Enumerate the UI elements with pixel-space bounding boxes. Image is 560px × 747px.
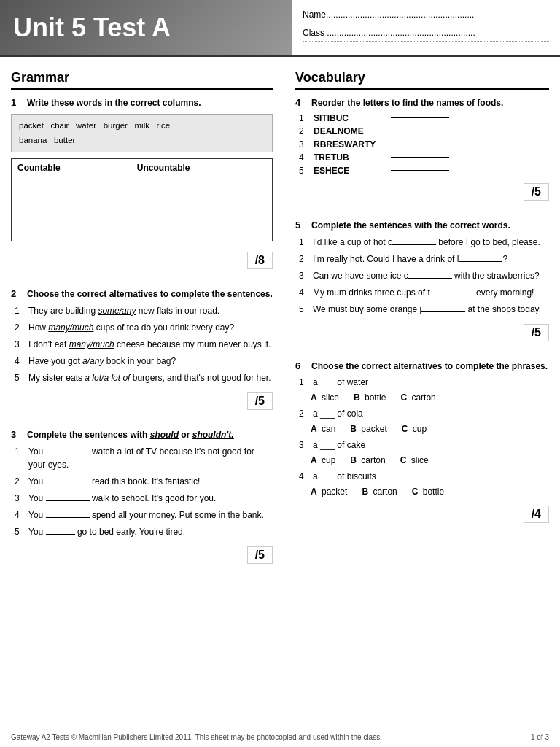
page-title: Unit 5 Test A (13, 12, 171, 43)
q4-number: 4 Reorder the letters to find the names … (295, 97, 549, 109)
question-3: 3 Complete the sentences with should or … (11, 429, 273, 571)
word-box: packet chair water burger milk rice bana… (11, 114, 273, 152)
q6-items: 1 a ___ of water A slice B bottle C cart… (295, 376, 549, 497)
list-item: 5 ESHECE (299, 166, 549, 176)
list-item: 4 a ___ of biscuits A packet B carton C … (299, 470, 549, 497)
footer-page: 1 of 3 (531, 733, 549, 741)
q5-items: 1 I'd like a cup of hot c before I go to… (295, 236, 549, 316)
list-item: 2 How many/much cups of tea do you drink… (15, 321, 273, 334)
list-item: 3 a ___ of cake A cup B carton C slice (299, 438, 549, 465)
question-2: 2 Choose the correct alternatives to com… (11, 288, 273, 417)
list-item: 3 RBRESWARTY (299, 139, 549, 150)
q2-number: 2 Choose the correct alternatives to com… (11, 288, 273, 301)
countable-table: Countable Uncountable (11, 158, 273, 241)
q3-number: 3 Complete the sentences with should or … (11, 429, 273, 441)
list-item: 1 SITIBUC (299, 113, 549, 123)
name-label: Name (303, 9, 326, 20)
list-item: 1 a ___ of water A slice B bottle C cart… (299, 376, 549, 403)
q1-score: /8 (247, 252, 273, 269)
list-item: 1 They are building some/any new flats i… (15, 304, 273, 317)
page-header: Unit 5 Test A Name......................… (0, 0, 560, 57)
table-row (12, 177, 273, 193)
page-footer: Gateway A2 Tests © Macmillan Publishers … (0, 727, 560, 747)
q1-number: 1 Write these words in the correct colum… (11, 97, 273, 109)
main-content: Grammar 1 Write these words in the corre… (0, 57, 560, 596)
q4-instruction: Reorder the letters to find the names of… (311, 97, 503, 109)
list-item: 4 My mum drinks three cups of t every mo… (299, 286, 549, 299)
q6-instruction: Choose the correct alternatives to compl… (311, 360, 548, 373)
blank-field[interactable] (459, 261, 502, 262)
grammar-title: Grammar (11, 70, 273, 90)
list-item: 2 You read this book. It's fantastic! (15, 475, 273, 488)
q2-instruction: Choose the correct alternatives to compl… (27, 288, 273, 301)
q6-number: 6 Choose the correct alternatives to com… (295, 360, 549, 373)
blank-field[interactable] (46, 534, 75, 535)
q6-score: /4 (524, 506, 549, 523)
question-5: 5 Complete the sentences with the correc… (295, 220, 549, 349)
list-item: 2 a ___ of cola A can B packet C cup (299, 407, 549, 434)
blank-field[interactable] (392, 244, 436, 245)
title-area: Unit 5 Test A (0, 0, 292, 55)
alt-choices: A packet B carton C bottle (299, 487, 549, 497)
table-row (12, 193, 273, 209)
blank-field[interactable] (430, 295, 474, 295)
blank-field[interactable] (46, 517, 90, 518)
list-item: 1 I'd like a cup of hot c before I go to… (299, 236, 549, 249)
q5-score: /5 (524, 324, 549, 341)
class-dots: ........................................… (327, 28, 475, 38)
list-item: 3 Can we have some ice c with the strawb… (299, 269, 549, 282)
blank-field[interactable] (46, 500, 90, 501)
vocabulary-title: Vocabulary (295, 70, 549, 90)
list-item: 4 You spend all your money. Put some in … (15, 508, 273, 522)
q3-items: 1 You watch a lot of TV because it's not… (11, 445, 273, 538)
q2-score: /5 (247, 392, 273, 410)
footer-copyright: Gateway A2 Tests © Macmillan Publishers … (11, 733, 382, 741)
alt-choices: A cup B carton C slice (299, 455, 549, 465)
list-item: 5 You go to bed early. You're tired. (15, 525, 273, 538)
question-6: 6 Choose the correct alternatives to com… (295, 360, 549, 531)
list-item: 1 You watch a lot of TV because it's not… (15, 445, 273, 471)
list-item: 4 TRETUB (299, 152, 549, 163)
blank-field[interactable] (46, 454, 90, 454)
list-item: 2 I'm really hot. Could I have a drink o… (299, 252, 549, 266)
name-dots: ........................................… (326, 9, 474, 20)
blank-field[interactable] (421, 311, 465, 312)
header-info: Name....................................… (292, 0, 560, 55)
table-row (12, 225, 273, 241)
table-row (12, 209, 273, 225)
q3-instruction: Complete the sentences with should or sh… (27, 429, 234, 441)
list-item: 3 You walk to school. It's good for you. (15, 492, 273, 505)
alt-choices: A can B packet C cup (299, 424, 549, 434)
list-item: 4 Have you got a/any book in your bag? (15, 355, 273, 368)
class-line: Class ..................................… (303, 28, 549, 42)
q5-number: 5 Complete the sentences with the correc… (295, 220, 549, 232)
question-1: 1 Write these words in the correct colum… (11, 97, 273, 276)
q4-score: /5 (524, 183, 549, 201)
vocabulary-section: Vocabulary 4 Reorder the letters to find… (284, 64, 560, 589)
q1-instruction: Write these words in the correct columns… (27, 97, 201, 109)
q4-items: 1 SITIBUC 2 DEALNOME 3 RBRESWARTY 4 TRET… (295, 113, 549, 176)
q2-items: 1 They are building some/any new flats i… (11, 304, 273, 384)
list-item: 2 DEALNOME (299, 126, 549, 136)
question-4: 4 Reorder the letters to find the names … (295, 97, 549, 208)
alt-choices: A slice B bottle C carton (299, 392, 549, 403)
q3-score: /5 (247, 546, 273, 564)
col-uncountable: Uncountable (131, 159, 272, 177)
q5-instruction: Complete the sentences with the correct … (311, 220, 510, 232)
name-line: Name....................................… (303, 9, 549, 23)
blank-field[interactable] (408, 278, 452, 279)
blank-field[interactable] (46, 484, 90, 484)
list-item: 5 My sister eats a lot/a lot of burgers,… (15, 371, 273, 384)
list-item: 3 I don't eat many/much cheese because m… (15, 338, 273, 351)
grammar-section: Grammar 1 Write these words in the corre… (0, 64, 284, 589)
col-countable: Countable (12, 159, 131, 177)
list-item: 5 We must buy some orange j at the shops… (299, 303, 549, 316)
class-label: Class (303, 28, 324, 38)
